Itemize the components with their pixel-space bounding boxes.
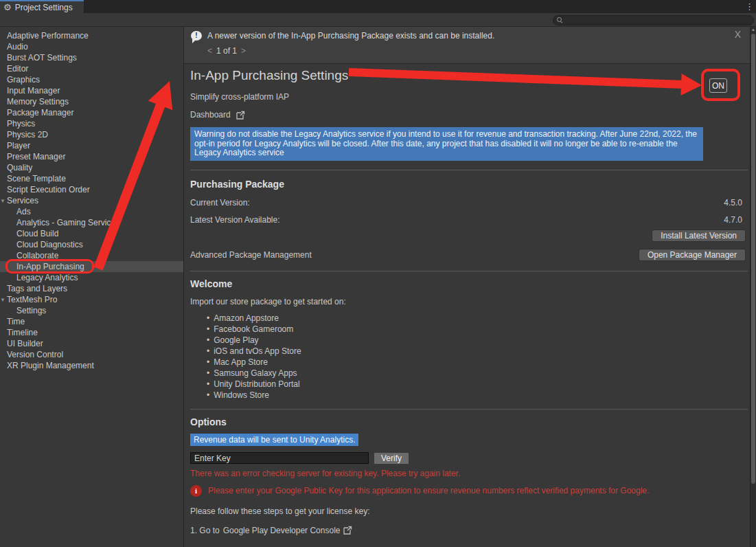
welcome-heading: Welcome xyxy=(190,278,750,289)
latest-version-label: Latest Version Available: xyxy=(190,215,280,225)
step-1-prefix: 1. Go to xyxy=(190,526,220,535)
sidebar-item-ui-builder[interactable]: UI Builder xyxy=(0,338,183,349)
notification-message: A newer version of the In-App Purchasing… xyxy=(207,31,494,41)
current-version-value: 4.5.0 xyxy=(724,197,742,209)
section-divider xyxy=(190,170,748,170)
sidebar-item-xr-plugin-management[interactable]: XR Plugin Management xyxy=(0,360,183,371)
external-link-icon[interactable] xyxy=(343,526,352,535)
sidebar-item-memory-settings[interactable]: Memory Settings xyxy=(0,96,183,107)
install-row: Install Latest Version xyxy=(190,230,750,242)
settings-content: In-App Purchasing Settings Simplify cros… xyxy=(184,64,750,547)
license-steps-intro: Please follow these steps to get your li… xyxy=(190,506,750,516)
step-1-row: 1. Go to Google Play Developer Console xyxy=(190,526,352,535)
revenue-note-badge: Revenue data will be sent to Unity Analy… xyxy=(190,434,358,446)
sidebar-item-script-execution-order[interactable]: Script Execution Order xyxy=(0,184,183,195)
sidebar-item-cloud-build[interactable]: Cloud Build xyxy=(0,228,183,239)
key-entry-row: Verify xyxy=(190,452,750,465)
sidebar-item-input-manager[interactable]: Input Manager xyxy=(0,85,183,96)
sidebar-item-physics-2d[interactable]: Physics 2D xyxy=(0,129,183,140)
sidebar-item-timeline[interactable]: Timeline xyxy=(0,327,183,338)
sidebar-item-editor[interactable]: Editor xyxy=(0,63,183,74)
toolbar xyxy=(0,13,756,27)
latest-version-row: Latest Version Available: 4.7.0 xyxy=(190,214,750,226)
pager-label: 1 of 1 xyxy=(216,46,237,56)
google-key-info-row: i Please enter your Google Public Key fo… xyxy=(190,485,750,497)
purchasing-package-heading: Purchasing Package xyxy=(190,179,750,190)
sidebar-item-textmesh-settings[interactable]: Settings xyxy=(0,305,183,316)
chevron-down-icon[interactable]: ▼ xyxy=(0,295,7,306)
annotation-box-in-app-purchasing xyxy=(5,259,94,274)
kebab-menu-icon[interactable]: ⋮ xyxy=(745,1,753,12)
list-item: •Facebook Gameroom xyxy=(207,324,750,335)
sidebar-item-cloud-diagnostics[interactable]: Cloud Diagnostics xyxy=(0,239,183,250)
gear-icon: ⚙ xyxy=(3,3,12,12)
key-check-error-text: There was an error checking server for e… xyxy=(190,469,750,478)
google-play-console-link[interactable]: Google Play Developer Console xyxy=(223,526,341,535)
sidebar-item-scene-template[interactable]: Scene Template xyxy=(0,173,183,184)
list-item: •Unity Distribution Portal xyxy=(207,379,750,390)
sidebar-item-tags-and-layers[interactable]: Tags and Layers xyxy=(0,283,183,294)
sidebar-item-analytics-gaming-services[interactable]: Analytics - Gaming Services xyxy=(0,217,183,228)
close-icon[interactable]: X xyxy=(735,29,741,40)
scroll-up-icon[interactable]: ▲ xyxy=(751,27,756,32)
bullet-icon: • xyxy=(207,313,209,323)
page-subtitle: Simplify cross-platform IAP xyxy=(190,92,750,102)
list-item: •Samsung Galaxy Apps xyxy=(207,368,750,379)
current-version-row: Current Version: 4.5.0 xyxy=(190,197,750,209)
sidebar-item-version-control[interactable]: Version Control xyxy=(0,349,183,360)
sidebar-item-textmesh-pro[interactable]: ▼TextMesh Pro xyxy=(0,294,183,305)
welcome-intro: Import our store package to get started … xyxy=(190,297,750,306)
tab-title: Project Settings xyxy=(15,3,73,12)
sidebar-item-services[interactable]: ▼Services xyxy=(0,195,183,206)
options-heading: Options xyxy=(190,416,750,427)
sidebar-item-graphics[interactable]: Graphics xyxy=(0,74,183,85)
page-title: In-App Purchasing Settings xyxy=(190,68,750,83)
pager-prev-icon[interactable]: < xyxy=(207,46,212,56)
bullet-icon: • xyxy=(207,324,209,334)
open-package-manager-button[interactable]: Open Package Manager xyxy=(639,249,746,261)
bullet-icon: • xyxy=(207,335,209,345)
sidebar-item-burst-aot-settings[interactable]: Burst AOT Settings xyxy=(0,52,183,63)
search-icon xyxy=(557,17,563,23)
update-notification-banner: ! A newer version of the In-App Purchasi… xyxy=(184,27,750,64)
list-item: •Amazon Appstore xyxy=(207,313,750,324)
notification-bubble-icon: ! xyxy=(191,31,202,41)
list-item: •Mac App Store xyxy=(207,357,750,368)
scrollbar-thumb[interactable] xyxy=(751,34,755,484)
sidebar-item-physics[interactable]: Physics xyxy=(0,118,183,129)
bullet-icon: • xyxy=(207,390,209,400)
tab-project-settings[interactable]: ⚙ Project Settings xyxy=(0,0,84,13)
window-title-bar: ⚙ Project Settings ⋮ xyxy=(0,0,756,13)
search-box[interactable] xyxy=(553,15,754,25)
section-divider xyxy=(190,409,748,410)
dashboard-link[interactable]: Dashboard xyxy=(190,110,245,120)
sidebar-item-quality[interactable]: Quality xyxy=(0,162,183,173)
info-icon: i xyxy=(190,485,202,497)
list-item: •Google Play xyxy=(207,335,750,346)
main-panel: ! A newer version of the In-App Purchasi… xyxy=(184,27,750,547)
section-divider xyxy=(190,271,748,271)
search-input[interactable] xyxy=(566,16,753,25)
sidebar-item-adaptive-performance[interactable]: Adaptive Performance xyxy=(0,30,183,41)
sidebar-item-ads[interactable]: Ads xyxy=(0,206,183,217)
enter-key-field[interactable] xyxy=(190,452,369,464)
sidebar-item-audio[interactable]: Audio xyxy=(0,41,183,52)
legacy-analytics-warning: Warning do not disable the Legacy Analyt… xyxy=(190,127,703,161)
bullet-icon: • xyxy=(207,357,209,367)
vertical-scrollbar[interactable]: ▲ xyxy=(750,27,756,547)
advanced-package-row: Advanced Package Management Open Package… xyxy=(190,249,750,261)
store-list: •Amazon Appstore •Facebook Gameroom •Goo… xyxy=(190,313,750,401)
verify-button[interactable]: Verify xyxy=(374,452,409,465)
dashboard-label: Dashboard xyxy=(190,110,231,120)
annotation-box-on-toggle xyxy=(701,69,740,101)
sidebar-item-time[interactable]: Time xyxy=(0,316,183,327)
sidebar-item-legacy-analytics[interactable]: Legacy Analytics xyxy=(0,272,183,283)
chevron-down-icon[interactable]: ▼ xyxy=(0,196,7,207)
bullet-icon: • xyxy=(207,379,209,389)
sidebar-item-player[interactable]: Player xyxy=(0,140,183,151)
install-latest-version-button[interactable]: Install Latest Version xyxy=(652,230,746,242)
pager-next-icon[interactable]: > xyxy=(241,46,246,56)
sidebar-item-package-manager[interactable]: Package Manager xyxy=(0,107,183,118)
current-version-label: Current Version: xyxy=(190,198,250,208)
sidebar-item-preset-manager[interactable]: Preset Manager xyxy=(0,151,183,162)
